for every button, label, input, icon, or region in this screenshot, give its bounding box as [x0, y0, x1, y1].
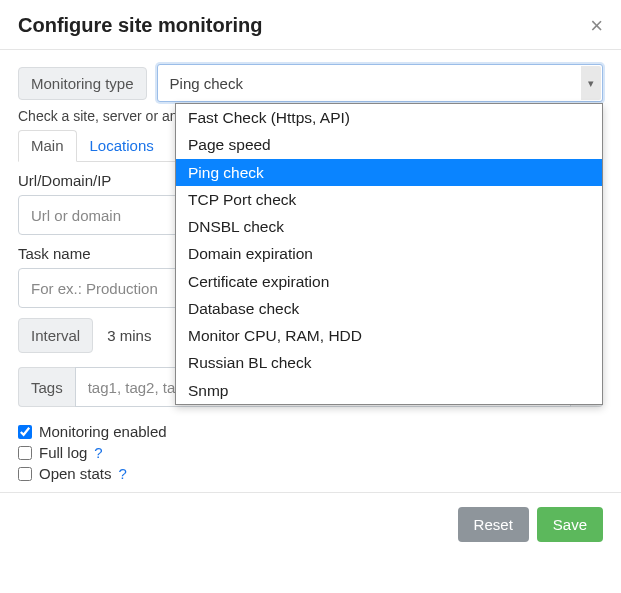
full-log-label: Full log [39, 444, 87, 461]
full-log-row[interactable]: Full log ? [18, 444, 603, 461]
tab-locations[interactable]: Locations [77, 130, 167, 162]
interval-label: Interval [18, 318, 93, 353]
save-button[interactable]: Save [537, 507, 603, 542]
monitoring-type-select-wrap: Ping check ▾ [157, 64, 603, 102]
monitoring-enabled-row[interactable]: Monitoring enabled [18, 423, 603, 440]
dropdown-option[interactable]: Page speed [176, 131, 602, 158]
modal-footer: Reset Save [0, 492, 621, 556]
open-stats-help-icon[interactable]: ? [119, 465, 127, 482]
dropdown-option[interactable]: Snmp [176, 377, 602, 404]
monitoring-type-row: Monitoring type Ping check ▾ [18, 64, 603, 102]
dropdown-option[interactable]: Certificate expiration [176, 268, 602, 295]
reset-button[interactable]: Reset [458, 507, 529, 542]
dropdown-option[interactable]: Fast Check (Https, API) [176, 104, 602, 131]
dropdown-option[interactable]: TCP Port check [176, 186, 602, 213]
checkbox-group: Monitoring enabled Full log ? Open stats… [18, 423, 603, 482]
dropdown-option[interactable]: Monitor CPU, RAM, HDD [176, 322, 602, 349]
open-stats-row[interactable]: Open stats ? [18, 465, 603, 482]
open-stats-label: Open stats [39, 465, 112, 482]
dropdown-option[interactable]: Russian BL check [176, 349, 602, 376]
tab-main[interactable]: Main [18, 130, 77, 162]
monitoring-type-dropdown[interactable]: Fast Check (Https, API) Page speed Ping … [175, 103, 603, 405]
dropdown-option[interactable]: DNSBL check [176, 213, 602, 240]
monitoring-enabled-label: Monitoring enabled [39, 423, 167, 440]
dropdown-option[interactable]: Ping check [176, 159, 602, 186]
open-stats-checkbox[interactable] [18, 467, 32, 481]
dropdown-option[interactable]: Database check [176, 295, 602, 322]
monitoring-type-selected: Ping check [170, 75, 243, 92]
monitoring-enabled-checkbox[interactable] [18, 425, 32, 439]
interval-value[interactable]: 3 mins [93, 318, 165, 353]
close-icon[interactable]: × [590, 15, 603, 37]
chevron-down-icon: ▾ [581, 66, 601, 100]
modal-body: Monitoring type Ping check ▾ Check a sit… [0, 50, 621, 482]
modal-title: Configure site monitoring [18, 14, 262, 37]
full-log-checkbox[interactable] [18, 446, 32, 460]
dropdown-option[interactable]: Domain expiration [176, 240, 602, 267]
configure-modal: Configure site monitoring × Monitoring t… [0, 0, 621, 556]
tags-label: Tags [18, 367, 75, 407]
modal-header: Configure site monitoring × [0, 0, 621, 50]
monitoring-type-label: Monitoring type [18, 67, 147, 100]
monitoring-type-select[interactable]: Ping check ▾ [157, 64, 603, 102]
full-log-help-icon[interactable]: ? [94, 444, 102, 461]
